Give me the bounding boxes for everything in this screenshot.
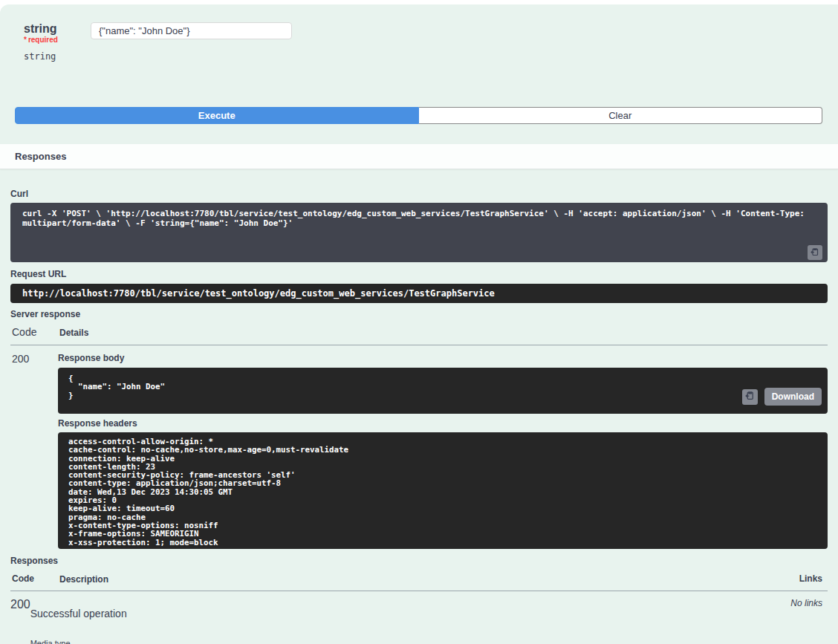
description-column-header: Description <box>59 573 799 585</box>
details-column-header: Details <box>59 326 828 338</box>
execute-row: Execute Clear <box>15 107 822 124</box>
documented-response-code: 200 <box>10 598 30 644</box>
code-column-header: Code <box>12 326 59 338</box>
media-type-label: Media type <box>30 639 791 644</box>
documented-responses-table-header: Code Description Links <box>10 573 828 591</box>
clipboard-icon <box>745 391 755 403</box>
curl-command-text: curl -X 'POST' \ 'http://localhost:7780/… <box>22 209 816 228</box>
parameter-required-marker: *required <box>24 36 58 44</box>
post-operation-block: string *required string Execute Clear Re… <box>0 4 838 644</box>
server-response-status-code: 200 <box>10 353 58 549</box>
parameter-name-column: string *required string <box>24 22 91 62</box>
response-body-text: { "name": "John Doe" } <box>68 374 817 400</box>
responses-section-title: Responses <box>15 151 66 162</box>
response-body-controls: Download <box>742 388 822 406</box>
parameter-value-input[interactable] <box>91 22 292 39</box>
request-url-block: http://localhost:7780/tbl/service/test_o… <box>10 284 828 303</box>
code-column-header: Code <box>12 573 59 585</box>
response-headers-label: Response headers <box>58 418 828 429</box>
response-headers-block: access-control-allow-origin: * cache-con… <box>58 432 828 549</box>
parameter-name: string <box>24 22 56 35</box>
server-response-label: Server response <box>10 309 828 319</box>
response-links: No links <box>790 598 828 644</box>
download-button[interactable]: Download <box>764 388 822 406</box>
documented-responses-label: Responses <box>10 556 828 566</box>
server-response-table-header: Code Details <box>10 326 828 345</box>
curl-command-block: curl -X 'POST' \ 'http://localhost:7780/… <box>10 203 828 262</box>
parameter-type: string <box>24 51 91 62</box>
server-response-row: 200 Response body { "name": "John Doe" } <box>10 345 828 549</box>
parameters-section: string *required string <box>0 4 838 62</box>
request-url-label: Request URL <box>10 269 828 279</box>
documented-response-row: 200 Successful operation Media type appl… <box>10 591 828 644</box>
response-headers-text: access-control-allow-origin: * cache-con… <box>68 438 817 547</box>
copy-response-button[interactable] <box>742 389 758 405</box>
response-description: Successful operation <box>30 608 791 619</box>
execute-button[interactable]: Execute <box>15 107 419 124</box>
response-body-block: { "name": "John Doe" } Downl <box>58 368 828 414</box>
clipboard-icon <box>811 247 819 258</box>
clear-button[interactable]: Clear <box>419 107 823 124</box>
server-response-details: Response body { "name": "John Doe" } <box>58 353 828 549</box>
links-column-header: Links <box>799 573 822 585</box>
documented-response-description-cell: Successful operation Media type applicat… <box>30 598 791 644</box>
request-url-text: http://localhost:7780/tbl/service/test_o… <box>22 288 816 299</box>
copy-curl-button[interactable] <box>808 245 822 260</box>
curl-label: Curl <box>10 189 828 199</box>
response-body-label: Response body <box>58 353 828 363</box>
responses-section-header: Responses <box>0 144 838 169</box>
